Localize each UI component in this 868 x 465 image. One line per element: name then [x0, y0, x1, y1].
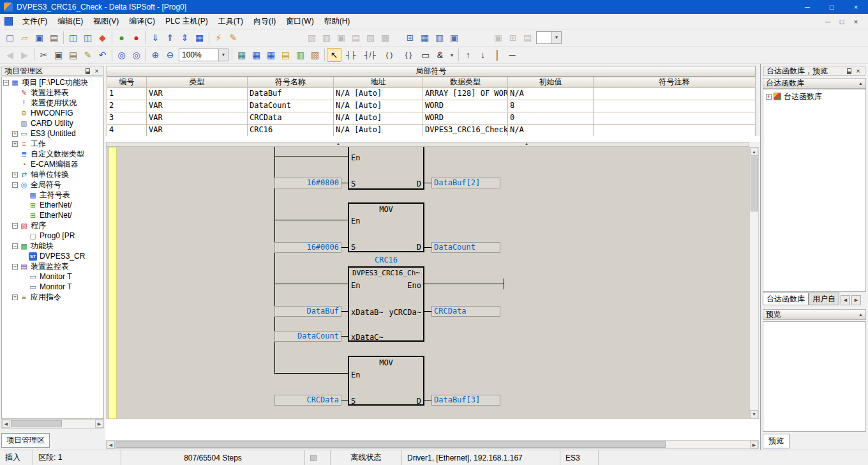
- table-cell[interactable]: N/A [Auto]: [334, 88, 423, 100]
- library-section-header[interactable]: 台达函数库 ▲: [763, 78, 866, 89]
- close-button[interactable]: ×: [844, 0, 868, 14]
- scrollbar-thumb[interactable]: [11, 420, 62, 427]
- window-layout2-icon[interactable]: ◫: [80, 31, 95, 45]
- operand-input[interactable]: DataCount: [274, 331, 341, 342]
- table-cell[interactable]: 2: [107, 100, 147, 112]
- tree-item[interactable]: ▭Monitor T: [2, 282, 103, 292]
- operand-output[interactable]: DataBuf[2]: [431, 178, 500, 188]
- minimize-button[interactable]: ─: [795, 0, 819, 14]
- collapse-icon[interactable]: −: [12, 264, 18, 270]
- scroll-right-icon[interactable]: ▶: [750, 441, 758, 448]
- child-minimize-button[interactable]: ─: [821, 18, 835, 26]
- tree-item[interactable]: ▥CARD Utility: [2, 118, 103, 128]
- child-restore-button[interactable]: □: [835, 18, 849, 26]
- upload-program-icon[interactable]: ⇑: [163, 31, 177, 45]
- table-cell[interactable]: [594, 112, 756, 125]
- collapse-icon[interactable]: −: [12, 243, 18, 249]
- zoom-out-icon[interactable]: ⊖: [163, 48, 177, 62]
- project-tree[interactable]: −▦项目 [F:\PLC功能块✎装置注释表!装置使用状况⚙HWCONFIG▥CA…: [1, 77, 104, 419]
- program-compare-icon[interactable]: ▥: [319, 31, 334, 45]
- tree-item[interactable]: −▧程序: [2, 220, 103, 231]
- simulator-icon[interactable]: ▧: [304, 31, 319, 45]
- library-tree[interactable]: + 台达函数库: [763, 89, 866, 292]
- table-cell[interactable]: VAR: [147, 88, 248, 100]
- window-layout-icon[interactable]: ◫: [66, 31, 80, 45]
- table-cell[interactable]: N/A [Auto]: [334, 112, 423, 125]
- table-cell[interactable]: [594, 100, 756, 112]
- table-cell[interactable]: DataCount: [248, 100, 334, 112]
- pou-list-icon[interactable]: ▤: [520, 31, 535, 45]
- symbol-table-toolbar-icon[interactable]: ▥: [432, 31, 447, 45]
- operand-input[interactable]: DataBuf: [274, 306, 341, 317]
- combo-dropdown-icon[interactable]: ▼: [551, 32, 561, 43]
- scrollbar-thumb[interactable]: [116, 441, 666, 448]
- pin-icon[interactable]: [86, 68, 90, 74]
- table-cell[interactable]: CRCData: [248, 112, 334, 125]
- open-project-icon[interactable]: ▱: [17, 31, 32, 45]
- tree-item[interactable]: ≣自定义数据类型: [2, 149, 103, 159]
- table-cell[interactable]: [594, 125, 756, 137]
- falling-edge-icon[interactable]: ↓: [475, 48, 490, 62]
- activate-network-icon[interactable]: ▥: [293, 48, 308, 62]
- menu-item-8[interactable]: 帮助(H): [319, 14, 355, 29]
- menu-item-2[interactable]: 视图(V): [88, 14, 124, 29]
- scroll-up-icon[interactable]: ▲: [750, 148, 758, 156]
- new-file-icon[interactable]: ▢: [3, 31, 17, 45]
- table-cell[interactable]: [594, 88, 756, 100]
- table-cell[interactable]: 4: [107, 125, 147, 137]
- table-cell[interactable]: VAR: [147, 112, 248, 125]
- tree-item[interactable]: ⊞EtherNet/: [2, 200, 103, 210]
- tree-item[interactable]: ▭Monitor T: [2, 271, 103, 282]
- expand-icon[interactable]: +: [766, 94, 772, 100]
- copy-icon[interactable]: ▣: [51, 48, 66, 62]
- collapse-icon[interactable]: −: [12, 182, 18, 188]
- more-elements-icon[interactable]: ▼: [447, 48, 456, 62]
- function-block-icon[interactable]: ▭: [418, 48, 433, 62]
- online-mode-icon[interactable]: ⚡: [211, 31, 226, 45]
- comment-network-icon[interactable]: ▧: [308, 48, 322, 62]
- tree-item[interactable]: ⊞EtherNet/: [2, 210, 103, 220]
- zoom-in-icon[interactable]: ⊕: [148, 48, 163, 62]
- edit-mode-icon[interactable]: ✎: [226, 31, 241, 45]
- compile-icon[interactable]: ◆: [95, 31, 110, 45]
- table-row[interactable]: 4VARCRC16N/A [Auto]DVPES3_CRC16_CheckN/A: [107, 125, 756, 137]
- table-cell[interactable]: DataBuf: [248, 88, 334, 100]
- device-edit-combo[interactable]: ▼: [536, 31, 562, 44]
- table-cell[interactable]: 8: [508, 100, 594, 112]
- table-cell[interactable]: N/A [Auto]: [334, 100, 423, 112]
- tree-item[interactable]: +▭ES3 (Untitled: [2, 128, 103, 139]
- mov-block-3[interactable]: MOV En S D: [348, 356, 424, 406]
- menu-item-5[interactable]: 工具(T): [213, 14, 248, 29]
- table-row[interactable]: 2VARDataCountN/A [Auto]WORD8: [107, 100, 756, 112]
- tree-item[interactable]: !装置使用状况: [2, 98, 103, 108]
- vertical-line-icon[interactable]: │: [490, 48, 505, 62]
- tree-item[interactable]: ⚙HWCONFIG: [2, 108, 103, 118]
- print-icon[interactable]: ▤: [47, 31, 61, 45]
- ladder-view-icon[interactable]: ▦: [234, 48, 249, 62]
- find-icon[interactable]: ◎: [114, 48, 129, 62]
- rising-edge-icon[interactable]: ↑: [461, 48, 475, 62]
- open-contact-icon[interactable]: ┤├: [341, 48, 361, 62]
- options-icon[interactable]: ▣: [447, 31, 461, 45]
- forward-icon[interactable]: ▶: [17, 48, 32, 62]
- cut-icon[interactable]: ✂: [36, 48, 51, 62]
- child-close-button[interactable]: ×: [849, 18, 863, 26]
- output-coil-icon[interactable]: ( ): [380, 48, 399, 62]
- table-cell[interactable]: WORD: [423, 112, 508, 125]
- tree-item[interactable]: + 台达函数库: [763, 91, 865, 102]
- tree-item[interactable]: +≡工作: [2, 139, 103, 149]
- network-list-icon[interactable]: ▤: [278, 48, 293, 62]
- table-cell[interactable]: 1: [107, 88, 147, 100]
- format-painter-icon[interactable]: ✎: [80, 48, 95, 62]
- expand-icon[interactable]: +: [12, 131, 18, 137]
- tree-item[interactable]: ▦主符号表: [2, 190, 103, 200]
- expand-icon[interactable]: +: [12, 172, 18, 178]
- fb-instance-label[interactable]: CRC16: [348, 255, 424, 264]
- collapse-icon[interactable]: −: [3, 80, 9, 86]
- table-cell[interactable]: CRC16: [248, 125, 334, 137]
- table-cell[interactable]: VAR: [147, 100, 248, 112]
- back-icon[interactable]: ◀: [3, 48, 17, 62]
- online-monitor-icon[interactable]: ▦: [192, 31, 207, 45]
- splitter-collapse-icon[interactable]: ▲: [521, 142, 532, 146]
- cross-reference-icon[interactable]: ⊞: [403, 31, 417, 45]
